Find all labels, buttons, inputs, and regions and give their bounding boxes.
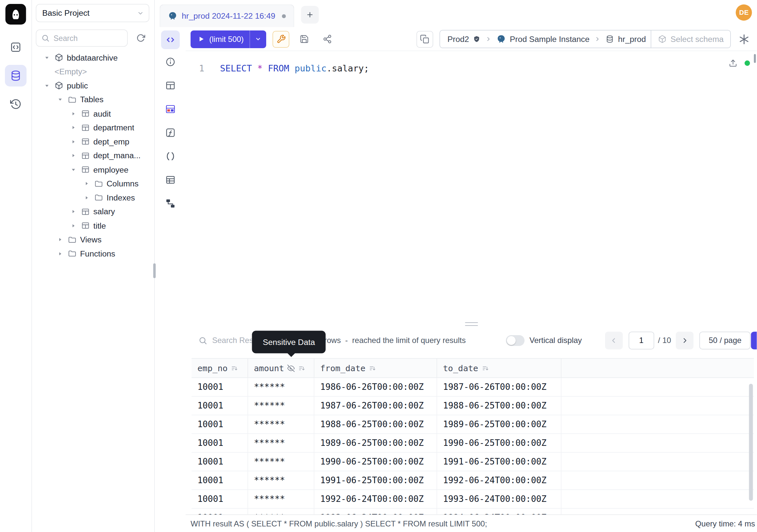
caret-right-icon[interactable] [71,125,77,130]
table-cell[interactable]: 1992-06-24T00:00:00Z [314,490,437,509]
table-cell[interactable]: 1988-06-25T00:00:00Z [437,397,561,415]
tree-item-functions[interactable]: Functions [36,247,150,261]
table-cell[interactable]: 10001 [192,471,248,490]
sql-editor[interactable]: 1 SELECT * FROM public.salary; [186,51,757,321]
table-cell[interactable]: ****** [248,397,315,415]
table-cell[interactable] [561,434,754,453]
page-size-select[interactable]: 50 / page [700,332,751,350]
caret-right-icon[interactable] [71,209,77,215]
table-cell[interactable]: ****** [248,471,315,490]
tree-item-columns[interactable]: Columns [36,176,150,191]
table-cell[interactable] [561,415,754,434]
table-cell[interactable]: 1991-06-25T00:00:00Z [314,471,437,490]
select-schema-button[interactable]: Select schema [651,30,731,48]
tree-item-dept-mana[interactable]: dept_mana... [36,149,150,163]
table-cell[interactable]: 1986-06-26T00:00:00Z [314,378,437,397]
export-button[interactable] [751,332,757,350]
format-sql-button[interactable] [273,31,289,47]
app-logo[interactable] [6,4,26,24]
column-header-from_date[interactable]: from_date [314,359,437,377]
table-cell[interactable]: 1993-06-24T00:00:00Z [314,509,437,515]
ai-assistant-icon[interactable] [737,32,751,46]
tree-item-salary[interactable]: salary [36,205,150,219]
table-cell[interactable]: ****** [248,378,315,397]
table-cell[interactable]: 1990-06-25T00:00:00Z [437,434,561,453]
table-cell[interactable]: 1991-06-25T00:00:00Z [437,453,561,471]
tree-item-indexes[interactable]: Indexes [36,191,150,205]
table-cell[interactable]: 1992-06-24T00:00:00Z [437,471,561,490]
caret-right-icon[interactable] [58,251,65,257]
info-icon[interactable] [164,55,177,69]
run-query-button[interactable]: (limit 500) [191,30,250,48]
page-number-input[interactable] [629,332,654,350]
brackets-icon[interactable] [164,149,177,163]
table-cell[interactable]: 1990-06-25T00:00:00Z [314,453,437,471]
project-select[interactable]: Basic Project [36,4,150,22]
sort-icon[interactable] [298,364,306,372]
rail-history-icon[interactable] [5,93,26,115]
rail-database-icon[interactable] [5,65,26,86]
next-page-button[interactable] [676,332,694,350]
table-cell[interactable] [561,453,754,471]
upload-sheet-icon[interactable] [729,59,738,68]
table-scrollbar[interactable] [749,384,753,501]
column-header-to_date[interactable]: to_date [437,359,561,377]
breadcrumb-environment[interactable]: Prod2 [440,30,485,48]
caret-down-icon[interactable] [58,97,65,103]
tree-item-empty[interactable]: <Empty> [36,65,150,78]
vertical-display-toggle[interactable] [506,335,525,346]
table-cell[interactable]: 1989-06-25T00:00:00Z [437,415,561,434]
tree-item-bbdataarchive[interactable]: bbdataarchive [36,51,150,65]
tree-item-views[interactable]: Views [36,233,150,247]
caret-down-icon[interactable] [44,83,51,88]
sort-icon[interactable] [482,364,489,372]
save-button[interactable] [296,31,312,47]
table-cell[interactable]: ****** [248,415,315,434]
caret-right-icon[interactable] [71,111,77,117]
panel-resize-handle[interactable] [186,321,757,327]
table-cell[interactable] [561,378,754,397]
sql-editor-icon[interactable] [161,30,179,49]
table-cell[interactable]: ****** [248,453,315,471]
tab-hr-prod[interactable]: hr_prod 2024-11-22 16:49 [160,5,294,27]
caret-down-icon[interactable] [44,55,51,61]
avatar[interactable]: DE [736,5,752,21]
tree-item-department[interactable]: department [36,121,150,135]
sidebar-search[interactable] [36,29,128,47]
table-cell[interactable]: 10001 [192,397,248,415]
table-list-icon[interactable] [164,173,177,187]
schema-diagram-icon[interactable] [164,197,177,210]
caret-right-icon[interactable] [84,195,91,201]
caret-right-icon[interactable] [71,153,77,159]
new-tab-button[interactable] [301,6,318,24]
share-button[interactable] [319,31,336,47]
table-cell[interactable]: 10001 [192,434,248,453]
sidebar-search-input[interactable] [54,34,122,43]
table-panel-icon[interactable] [164,78,177,92]
table-cell[interactable]: 10001 [192,453,248,471]
editor-scrollbar[interactable] [754,54,756,63]
tree-item-employee[interactable]: employee [36,163,150,177]
table-cell[interactable]: ****** [248,434,315,453]
table-cell[interactable] [561,509,754,515]
table-cell[interactable]: 10001 [192,415,248,434]
tree-item-audit[interactable]: audit [36,107,150,121]
function-icon[interactable] [164,126,177,140]
sidebar-resize-handle[interactable] [153,264,156,278]
table-cell[interactable] [561,471,754,490]
column-header-amount[interactable]: amount [248,359,315,377]
table-cell[interactable]: 1987-06-26T00:00:00Z [314,397,437,415]
table-cell[interactable]: 1994-06-24T00:00:00Z [437,509,561,515]
tree-item-dept-emp[interactable]: dept_emp [36,135,150,149]
tree-item-tables[interactable]: Tables [36,93,150,107]
copy-connection-button[interactable] [416,31,433,47]
er-diagram-icon[interactable] [164,102,177,116]
caret-right-icon[interactable] [71,139,77,144]
tree-item-public[interactable]: public [36,78,150,93]
table-cell[interactable] [561,490,754,509]
table-cell[interactable]: 10001 [192,509,248,515]
refresh-icon[interactable] [132,29,149,47]
prev-page-button[interactable] [605,332,623,350]
table-cell[interactable]: ****** [248,490,315,509]
breadcrumb-instance[interactable]: Prod Sample Instance [492,30,594,48]
